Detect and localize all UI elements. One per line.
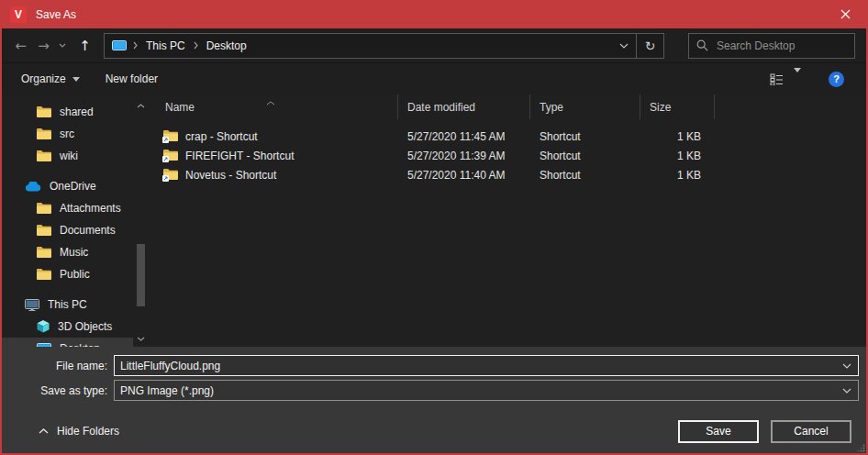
command-toolbar: Organize New folder ? xyxy=(2,63,866,94)
organize-button[interactable]: Organize xyxy=(21,72,80,85)
sidebar-item-label: Music xyxy=(60,246,88,259)
search-box[interactable] xyxy=(688,33,855,59)
column-header-date-modified[interactable]: Date modified xyxy=(398,94,530,119)
forward-arrow-icon: → xyxy=(38,38,50,54)
file-date: 5/27/2020 11:39 AM xyxy=(398,150,530,162)
forward-button[interactable]: → xyxy=(32,34,55,58)
file-row-crap-shortcut[interactable]: crap - Shortcut 5/27/2020 11:45 AM Short… xyxy=(149,127,866,146)
save-as-dialog: V Save As ← → ↑ This PC Desk xyxy=(0,0,868,455)
search-input[interactable] xyxy=(717,39,847,52)
chevron-down-icon xyxy=(842,388,851,394)
navigation-bar: ← → ↑ This PC Desktop ↻ xyxy=(2,28,866,63)
sidebar-item-music[interactable]: Music xyxy=(2,241,133,263)
sort-ascending-icon xyxy=(266,95,275,108)
sidebar-item-onedrive[interactable]: OneDrive xyxy=(2,175,133,197)
file-type: Shortcut xyxy=(530,169,640,182)
address-dropdown-button[interactable] xyxy=(612,34,636,58)
file-name: FIREFIGHT - Shortcut xyxy=(185,150,294,162)
up-arrow-icon: ↑ xyxy=(79,38,91,54)
folder-shortcut-icon xyxy=(163,169,178,181)
scrollbar-down-button[interactable] xyxy=(134,332,148,345)
window-title: Save As xyxy=(36,8,76,21)
file-date: 5/27/2020 11:40 AM xyxy=(398,169,530,182)
sidebar-item-label: Attachments xyxy=(60,202,121,215)
dialog-footer: File name: Save as type: PNG Image (*.pn… xyxy=(2,347,866,453)
sidebar-item-label: shared xyxy=(60,105,94,118)
save-button[interactable]: Save xyxy=(678,420,759,443)
refresh-button[interactable]: ↻ xyxy=(636,34,663,58)
sidebar-item-label: 3D Objects xyxy=(58,320,112,333)
sidebar-item-shared[interactable]: shared xyxy=(2,101,133,123)
sidebar-item-wiki[interactable]: wiki xyxy=(2,145,133,167)
up-button[interactable]: ↑ xyxy=(73,34,96,58)
shortcut-arrow-icon xyxy=(162,137,169,143)
file-type: Shortcut xyxy=(530,150,640,162)
new-folder-button[interactable]: New folder xyxy=(106,72,158,85)
back-button[interactable]: ← xyxy=(9,34,32,58)
breadcrumb-desktop[interactable]: Desktop xyxy=(205,39,249,52)
sidebar-item-label: Documents xyxy=(60,224,116,237)
save-as-type-label: Save as type: xyxy=(2,384,114,397)
scrollbar-thumb[interactable] xyxy=(137,244,145,306)
file-row-novetus-shortcut[interactable]: Novetus - Shortcut 5/27/2020 11:40 AM Sh… xyxy=(149,165,866,184)
chevron-down-icon xyxy=(59,43,66,48)
save-as-type-dropdown-button[interactable] xyxy=(836,381,858,400)
save-as-type-select[interactable]: PNG Image (*.png) xyxy=(114,380,859,401)
details-view-icon[interactable] xyxy=(770,73,785,85)
file-row-firefight-shortcut[interactable]: FIREFIGHT - Shortcut 5/27/2020 11:39 AM … xyxy=(149,146,866,165)
address-bar[interactable]: This PC Desktop ↻ xyxy=(104,33,664,59)
sidebar-item-this-pc[interactable]: This PC xyxy=(2,294,133,316)
file-type: Shortcut xyxy=(530,130,640,143)
breadcrumb-separator-icon xyxy=(194,41,198,50)
organize-label: Organize xyxy=(21,72,66,85)
breadcrumb-separator-icon xyxy=(133,41,138,50)
onedrive-cloud-icon xyxy=(25,182,41,192)
file-name: crap - Shortcut xyxy=(185,130,258,143)
save-as-type-value: PNG Image (*.png) xyxy=(115,384,836,397)
file-list: Name Date modified Type Size crap - Shor… xyxy=(149,94,866,349)
sidebar-item-src[interactable]: src xyxy=(2,123,133,145)
file-name-input[interactable] xyxy=(115,360,836,372)
column-header-type[interactable]: Type xyxy=(530,94,640,119)
new-folder-label: New folder xyxy=(106,72,158,85)
close-button[interactable] xyxy=(824,0,866,28)
chevron-down-icon xyxy=(842,363,851,369)
hide-folders-button[interactable]: Hide Folders xyxy=(39,425,119,438)
sidebar-item-public[interactable]: Public xyxy=(2,263,133,285)
refresh-icon: ↻ xyxy=(645,39,656,53)
folder-icon xyxy=(37,106,51,117)
file-name-label: File name: xyxy=(2,360,114,372)
file-name-dropdown-button[interactable] xyxy=(836,356,858,375)
title-bar: V Save As xyxy=(2,0,866,28)
content-area: shared src wiki OneDrive Attachments Doc… xyxy=(2,94,866,349)
vivaldi-logo-icon: V xyxy=(10,6,27,23)
scrollbar-up-button[interactable] xyxy=(134,99,148,112)
chevron-down-icon xyxy=(619,43,629,49)
views-dropdown-button[interactable] xyxy=(794,72,801,85)
column-header-size[interactable]: Size xyxy=(640,94,715,119)
cancel-button[interactable]: Cancel xyxy=(771,420,851,443)
column-headers: Name Date modified Type Size xyxy=(149,94,866,119)
folder-icon xyxy=(37,150,51,161)
folder-icon xyxy=(37,203,51,214)
help-icon: ? xyxy=(833,73,840,84)
sidebar-item-attachments[interactable]: Attachments xyxy=(2,197,133,219)
help-button[interactable]: ? xyxy=(829,72,844,87)
sidebar-item-label: This PC xyxy=(48,298,87,311)
breadcrumb-this-pc[interactable]: This PC xyxy=(144,39,187,52)
file-date: 5/27/2020 11:45 AM xyxy=(398,130,530,143)
sidebar-scrollbar[interactable] xyxy=(134,99,148,349)
resize-grip[interactable] xyxy=(857,444,865,452)
sidebar-item-documents[interactable]: Documents xyxy=(2,219,133,241)
sidebar-item-3d-objects[interactable]: 3D Objects xyxy=(2,316,133,338)
file-name-field[interactable] xyxy=(114,355,859,376)
file-size: 1 KB xyxy=(640,150,715,162)
folder-icon xyxy=(37,247,51,258)
folder-icon xyxy=(37,128,51,139)
shortcut-arrow-icon xyxy=(162,156,169,162)
recent-locations-button[interactable] xyxy=(55,34,70,58)
back-arrow-icon: ← xyxy=(15,38,27,54)
folder-icon xyxy=(37,269,51,280)
chevron-up-icon xyxy=(39,428,49,434)
column-header-name[interactable]: Name xyxy=(149,94,398,119)
